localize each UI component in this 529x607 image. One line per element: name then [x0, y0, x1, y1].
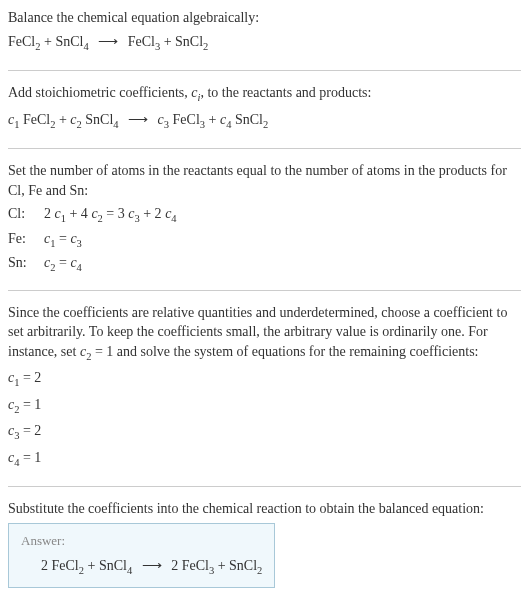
answer-label: Answer: — [21, 532, 262, 550]
substitute-text: Substitute the coefficients into the che… — [8, 499, 521, 519]
atom-eq-sn: c2 = c4 — [44, 253, 82, 275]
solve-text: Since the coefficients are relative quan… — [8, 303, 521, 365]
problem-title: Balance the chemical equation algebraica… — [8, 8, 521, 28]
atom-balance-table: Cl: 2 c1 + 4 c2 = 3 c3 + 2 c4 Fe: c1 = c… — [8, 204, 521, 275]
section-answer: Substitute the coefficients into the che… — [8, 499, 521, 599]
atom-eq-cl: 2 c1 + 4 c2 = 3 c3 + 2 c4 — [44, 204, 177, 226]
solution-c3: c3 = 2 — [8, 421, 521, 443]
unbalanced-equation: FeCl2 + SnCl4 ⟶ FeCl3 + SnCl2 — [8, 32, 521, 54]
coeff-text: Add stoichiometric coefficients, ci, to … — [8, 83, 521, 105]
section-atom-balance: Set the number of atoms in the reactants… — [8, 161, 521, 291]
atom-label-cl: Cl: — [8, 204, 36, 226]
balanced-equation: 2 FeCl2 + SnCl4 ⟶ 2 FeCl3 + SnCl2 — [21, 556, 262, 578]
section-solve: Since the coefficients are relative quan… — [8, 303, 521, 488]
atom-row: Cl: 2 c1 + 4 c2 = 3 c3 + 2 c4 — [8, 204, 521, 226]
coeff-equation: c1 FeCl2 + c2 SnCl4 ⟶ c3 FeCl3 + c4 SnCl… — [8, 110, 521, 132]
solution-c2: c2 = 1 — [8, 395, 521, 417]
section-problem: Balance the chemical equation algebraica… — [8, 8, 521, 71]
section-coefficients: Add stoichiometric coefficients, ci, to … — [8, 83, 521, 149]
solution-c4: c4 = 1 — [8, 448, 521, 470]
atom-balance-text: Set the number of atoms in the reactants… — [8, 161, 521, 200]
atom-eq-fe: c1 = c3 — [44, 229, 82, 251]
atom-label-sn: Sn: — [8, 253, 36, 275]
solution-c1: c1 = 2 — [8, 368, 521, 390]
atom-row: Fe: c1 = c3 — [8, 229, 521, 251]
atom-label-fe: Fe: — [8, 229, 36, 251]
answer-box: Answer: 2 FeCl2 + SnCl4 ⟶ 2 FeCl3 + SnCl… — [8, 523, 275, 588]
atom-row: Sn: c2 = c4 — [8, 253, 521, 275]
